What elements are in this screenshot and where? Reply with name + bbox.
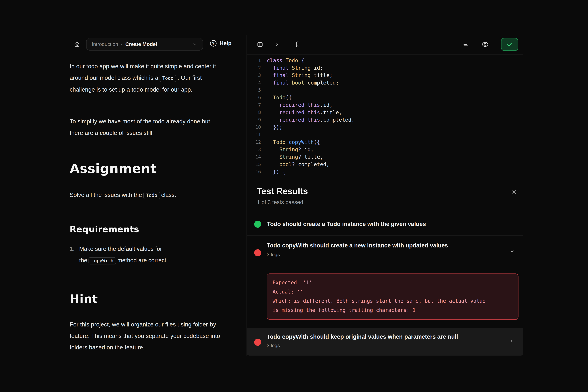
- code-line[interactable]: 8 required this.title,: [247, 109, 524, 116]
- eye-icon: [482, 41, 489, 48]
- error-line: Which: is different. Both strings start …: [272, 296, 513, 306]
- code-text: });: [267, 124, 282, 130]
- code-text: class Todo {: [267, 57, 304, 64]
- requirement-text: Make sure the default values for thecopy…: [79, 243, 214, 266]
- breadcrumb-section: Introduction: [92, 41, 118, 47]
- hint-paragraph: For this project, we will organize our f…: [70, 319, 224, 353]
- fail-status-dot: [254, 249, 261, 256]
- format-lines-button[interactable]: [462, 40, 470, 49]
- home-icon: [74, 41, 80, 47]
- home-button[interactable]: [73, 40, 80, 48]
- mobile-preview-button[interactable]: [294, 40, 302, 49]
- close-test-results-button[interactable]: [510, 188, 518, 196]
- test-log-count: 3 logs: [267, 343, 280, 348]
- chevron-right-icon[interactable]: [509, 338, 514, 344]
- code-line[interactable]: 16 }) {: [247, 168, 524, 176]
- code-line[interactable]: 10 });: [247, 124, 524, 131]
- test-title: Todo should create a Todo instance with …: [267, 221, 426, 228]
- error-line: Expected: '1': [272, 278, 513, 287]
- requirement-text-post: method are correct.: [117, 257, 168, 264]
- line-number: 8: [247, 110, 267, 115]
- line-number: 14: [247, 154, 267, 160]
- help-label: Help: [220, 40, 232, 46]
- code-line[interactable]: 7 required this.id,: [247, 101, 524, 109]
- mobile-preview-icon: [294, 41, 301, 48]
- test-title: Todo copyWith should create a new instan…: [267, 242, 448, 249]
- error-line: Actual: '': [272, 287, 513, 296]
- code-line[interactable]: 13 String? id,: [247, 146, 524, 153]
- panel-layout-button[interactable]: [256, 40, 264, 49]
- code-line[interactable]: 2 final String id;: [247, 64, 524, 72]
- code-line[interactable]: 5: [247, 86, 524, 94]
- requirement-number: 1.: [70, 243, 79, 266]
- lesson-breadcrumb-select[interactable]: Introduction • Create Model: [86, 38, 203, 50]
- code-text: final String id;: [267, 65, 323, 71]
- breadcrumb-separator: •: [121, 42, 122, 46]
- line-number: 1: [247, 58, 267, 63]
- preview-eye-button[interactable]: [481, 40, 490, 49]
- simplify-paragraph: To simplify we have most of the todo alr…: [70, 116, 224, 139]
- code-line[interactable]: 6 Todo({: [247, 94, 524, 101]
- code-line[interactable]: 3 final String title;: [247, 72, 524, 79]
- line-number: 12: [247, 139, 267, 145]
- code-text: }) {: [267, 169, 286, 175]
- hint-heading: Hint: [70, 292, 224, 306]
- editor-toolbar: [247, 35, 524, 55]
- error-line: is missing the following trailing charac…: [272, 306, 513, 315]
- requirements-heading: Requirements: [70, 224, 224, 234]
- assignment-text-pre: Solve all the issues with the: [70, 192, 142, 198]
- assignment-task: Solve all the issues with theTodoclass.: [70, 189, 224, 201]
- code-line[interactable]: 4 final bool completed;: [247, 79, 524, 86]
- intro-paragraph: In our todo app we will make it quite si…: [70, 61, 224, 96]
- terminal-button[interactable]: [274, 40, 282, 49]
- test-title: Todo copyWith should keep original value…: [267, 334, 458, 340]
- code-text: required this.completed,: [267, 117, 354, 123]
- chevron-up-icon[interactable]: [509, 248, 515, 254]
- line-number: 11: [247, 132, 267, 137]
- code-line[interactable]: 9 required this.completed,: [247, 116, 524, 124]
- run-tests-button[interactable]: [501, 38, 518, 51]
- test-row-passed: Todo should create a Todo instance with …: [247, 213, 524, 236]
- inline-code-copywith: copyWith: [88, 257, 116, 264]
- code-line[interactable]: 11: [247, 131, 524, 138]
- line-number: 5: [247, 88, 267, 93]
- code-text: bool? completed,: [267, 161, 329, 167]
- help-button[interactable]: ? Help: [210, 40, 232, 46]
- test-results-summary: 1 of 3 tests passed: [257, 199, 303, 206]
- line-number: 9: [247, 117, 267, 122]
- breadcrumb-current: Create Model: [125, 41, 157, 47]
- requirement-item: 1. Make sure the default values for thec…: [70, 243, 224, 266]
- code-text: String? id,: [267, 146, 314, 152]
- editor-panel: 1class Todo {2 final String id;3 final S…: [246, 35, 524, 356]
- code-line[interactable]: 14 String? title,: [247, 153, 524, 161]
- assignment-text-post: class.: [161, 192, 176, 198]
- test-results-header: Test Results 1 of 3 tests passed: [247, 179, 524, 213]
- line-number: 2: [247, 65, 267, 70]
- line-number: 13: [247, 147, 267, 152]
- test-log-count: 3 logs: [267, 252, 280, 258]
- code-text: String? title,: [267, 154, 323, 160]
- code-text: final bool completed;: [267, 80, 339, 86]
- pass-status-dot: [254, 221, 261, 228]
- line-number: 15: [247, 162, 267, 167]
- code-editor[interactable]: 1class Todo {2 final String id;3 final S…: [247, 55, 524, 179]
- code-text: Todo copyWith({: [267, 139, 320, 145]
- code-line[interactable]: 15 bool? completed,: [247, 161, 524, 168]
- inline-code-todo: Todo: [160, 75, 176, 82]
- code-text: final String title;: [267, 72, 332, 78]
- code-text: required this.id,: [267, 102, 332, 108]
- chevron-down-icon: [192, 42, 198, 47]
- code-line[interactable]: 1class Todo {: [247, 57, 524, 64]
- fail-status-dot: [254, 339, 261, 346]
- test-row-failed-collapsed[interactable]: Todo copyWith should keep original value…: [247, 328, 524, 356]
- test-row-failed-expanded[interactable]: Todo copyWith should create a new instan…: [247, 236, 524, 328]
- line-number: 10: [247, 124, 267, 130]
- test-error-log: Expected: '1' Actual: '' Which: is diffe…: [267, 274, 518, 320]
- code-line[interactable]: 12 Todo copyWith({: [247, 138, 524, 146]
- line-number: 16: [247, 169, 267, 174]
- inline-code-todo-2: Todo: [143, 192, 160, 199]
- terminal-icon: [275, 41, 281, 48]
- line-number: 7: [247, 102, 267, 108]
- line-number: 6: [247, 95, 267, 100]
- code-text: required this.title,: [267, 109, 342, 116]
